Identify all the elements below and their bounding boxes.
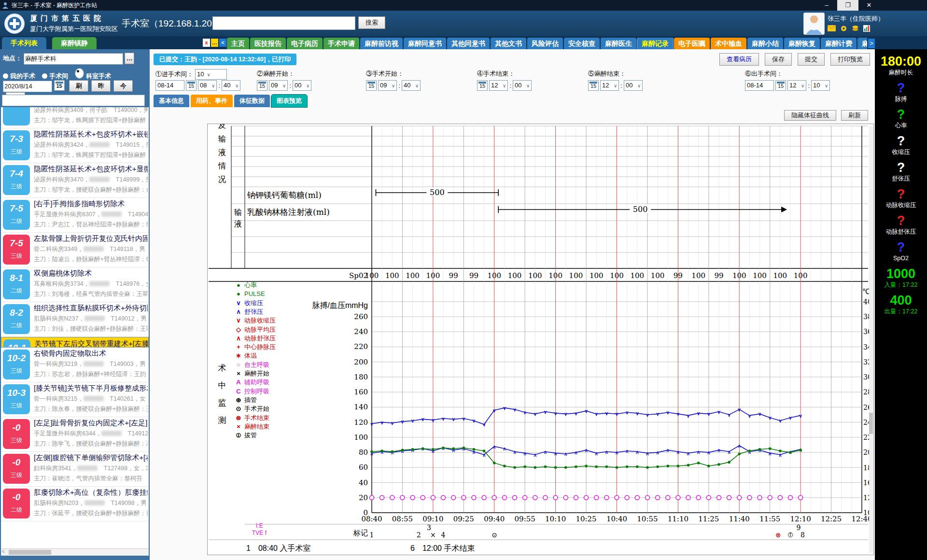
room-select[interactable]: 10∨: [195, 69, 227, 80]
toolbar-button-打印预览[interactable]: 打印预览: [830, 53, 870, 66]
calendar-icon[interactable]: 15: [588, 80, 599, 91]
calendar-icon[interactable]: 15: [775, 80, 786, 91]
close-tab-button[interactable]: x: [203, 39, 210, 47]
tab-其他文书[interactable]: 其他文书: [491, 38, 526, 49]
maximize-button[interactable]: ❐: [837, 0, 858, 11]
chart-button-刷新[interactable]: 刷新: [841, 110, 868, 121]
list-item[interactable]: 10-1四级关节镜下左后交叉韧带重建术+[左膝关节骨一科病房3207， T145…: [1, 337, 149, 348]
tabs-forward-button[interactable]: >: [868, 39, 875, 48]
legend-label-手术结束: 手术结束: [244, 414, 269, 421]
radio-手术间[interactable]: 手术间: [42, 72, 68, 80]
toolbar-button-查看病历[interactable]: 查看病历: [719, 53, 759, 66]
tab-surgery-list[interactable]: 手术列表: [2, 37, 46, 49]
tab-其他同意书[interactable]: 其他同意书: [447, 38, 490, 49]
hour-select[interactable]: 12 ∨: [489, 80, 508, 91]
tab-麻醉前访视[interactable]: 麻醉前访视: [360, 38, 403, 49]
chart-icon[interactable]: [863, 25, 870, 32]
list-item[interactable]: -0二级肛瘘切除术+高位（复杂性）肛瘘挂线术肛肠科病房N203， T149098…: [1, 487, 149, 521]
list-item[interactable]: 三级泌尿外科病房3409，何子皓 T149000，男，12岁主刀：邬宇龙，蛛网膜…: [1, 107, 149, 128]
list-item[interactable]: 7-5三级左肱骨髁上骨折切开复位克氏针内固定术骨二科病房3349， T14911…: [1, 233, 149, 267]
chart-button-隐藏体征曲线[interactable]: 隐藏体征曲线: [784, 110, 836, 121]
radio-我的手术[interactable]: 我的手术: [3, 72, 35, 80]
tab-麻醉记录[interactable]: 麻醉记录: [637, 38, 673, 49]
radio-科室手术[interactable]: 科室手术: [75, 72, 111, 80]
coins-icon[interactable]: [852, 25, 859, 32]
tab-麻醉恢复[interactable]: 麻醉恢复: [784, 38, 820, 49]
tab-电子病历[interactable]: 电子病历: [287, 38, 323, 49]
list-item[interactable]: -0三级[左足]趾骨骨折复位内固定术+[左足]清创手足显微外科病房6344， T…: [1, 417, 149, 452]
svg-text:∧: ∧: [513, 449, 516, 455]
tab-主页[interactable]: 主页: [227, 38, 249, 49]
minimize-button[interactable]: –: [816, 0, 837, 11]
date-input[interactable]: [3, 81, 52, 92]
hour-select[interactable]: 12 ∨: [787, 80, 806, 91]
anesthesia-line: 主刀：邬宇龙，蛛网膜下腔阻滞+静脉麻醉：余亚飞: [34, 116, 148, 125]
tab-手术申请[interactable]: 手术申请: [323, 38, 359, 49]
tab-电子医嘱[interactable]: 电子医嘱: [674, 38, 710, 49]
hour-select[interactable]: 09 ∨: [269, 80, 288, 91]
scroll-left-arrow[interactable]: <: [2, 549, 5, 554]
minute-select[interactable]: 00 ∨: [513, 80, 532, 91]
calendar-icon[interactable]: 15: [257, 80, 267, 91]
tab-安全核查[interactable]: 安全核查: [564, 38, 600, 49]
mail-icon[interactable]: [828, 25, 836, 31]
hour-select[interactable]: 08 ∨: [198, 80, 217, 91]
date-value[interactable]: 08-14: [155, 80, 184, 91]
tab-麻醉医生[interactable]: 麻醉医生: [601, 38, 636, 49]
minute-select[interactable]: 40 ∨: [222, 80, 240, 91]
tab-医技报告[interactable]: 医技报告: [250, 38, 286, 49]
chart-vscrollbar-thumb[interactable]: [869, 413, 873, 434]
tab-术中输血[interactable]: 术中输血: [711, 38, 746, 49]
subtab-体征数据[interactable]: 体征数据: [234, 95, 270, 107]
calendar-icon[interactable]: 15: [186, 80, 197, 91]
subtab-基本信息[interactable]: 基本信息: [154, 95, 189, 107]
sidebar-hscrollbar[interactable]: <: [1, 548, 149, 556]
tab-麻醉后访[interactable]: 麻醉后访: [857, 38, 867, 49]
hour-select[interactable]: 12 ∨: [600, 80, 619, 91]
minute-select[interactable]: 00 ∨: [293, 80, 311, 91]
list-item[interactable]: -0三级[左侧]腹腔镜下单侧输卵管切除术+[右侧妇科病房3541， T12749…: [1, 452, 149, 487]
calendar-icon[interactable]: 15: [54, 80, 65, 91]
tab-麻醉同意书[interactable]: 麻醉同意书: [404, 38, 446, 49]
tab-麻醉小结[interactable]: 麻醉小结: [747, 38, 783, 49]
x-tick: 09:10: [422, 515, 443, 523]
date-button-今[interactable]: 今: [113, 80, 133, 92]
tab-风险评估[interactable]: 风险评估: [527, 38, 563, 49]
hour-select[interactable]: 09 ∨: [378, 80, 397, 91]
minute-select[interactable]: 10 ∨: [811, 80, 830, 91]
calendar-icon[interactable]: 15: [366, 80, 377, 91]
minute-select[interactable]: 00 ∨: [624, 80, 643, 91]
close-button[interactable]: ✕: [858, 0, 880, 11]
location-input[interactable]: [24, 53, 123, 65]
date-button-昨[interactable]: 昨: [91, 80, 111, 92]
gear-icon[interactable]: [840, 25, 847, 32]
toolbar-button-提交[interactable]: 提交: [798, 53, 825, 66]
minute-select[interactable]: 40 ∨: [402, 80, 421, 91]
list-item[interactable]: 8-2二级组织选择性直肠粘膜环切术+外痔切除术肛肠科病房N237， T14901…: [1, 302, 149, 337]
search-button[interactable]: 搜索: [358, 16, 385, 29]
tabs-back-button[interactable]: <: [219, 39, 226, 47]
field-group-3: ③手术开始：1509 ∨:40 ∨: [366, 69, 421, 91]
chart-vscrollbar[interactable]: [869, 126, 873, 553]
more-tabs-button[interactable]: …: [211, 39, 218, 47]
list-item[interactable]: 10-3三级[膝关节镜]关节镜下半月板修整成形术+关骨一科病房3215， T14…: [1, 382, 149, 417]
scrollbar-thumb[interactable]: [9, 550, 51, 555]
list-item[interactable]: 10-2三级右锁骨内固定物取出术骨一科病房3219， T149003，男，38岁…: [1, 348, 149, 382]
patient-line: 骨一科病房3219， T149003，男，38岁: [34, 360, 148, 368]
subtab-用药、事件[interactable]: 用药、事件: [191, 95, 233, 107]
toolbar-button-保存[interactable]: 保存: [765, 53, 792, 66]
filter-combobox[interactable]: [2, 95, 145, 106]
list-item[interactable]: 7-4三级隐匿性阴茎延长术+包皮环切术+显微镜下泌尿外科病房3470， T148…: [1, 163, 149, 198]
list-item[interactable]: 7-3三级隐匿性阴茎延长术+包皮环切术+嵌顿包茎泌尿外科病房3424， T149…: [1, 128, 149, 163]
search-input[interactable]: [212, 16, 355, 30]
tab-anesthesia-sedation[interactable]: 麻醉镇静: [52, 37, 97, 49]
date-value[interactable]: 08-14: [745, 80, 774, 91]
calendar-icon[interactable]: 15: [477, 80, 488, 91]
date-button-刷[interactable]: 刷: [69, 80, 88, 92]
tab-麻醉计费[interactable]: 麻醉计费: [821, 38, 857, 49]
location-more-button[interactable]: …: [125, 53, 134, 64]
subtab-图表预览[interactable]: 图表预览: [271, 95, 307, 107]
anesthesia-line: 主刀：邬宇龙，腰硬联合麻醉+静脉麻醉：余亚飞: [34, 186, 148, 194]
list-item[interactable]: 8-1二级双侧扁桃体切除术耳鼻喉科病房3734， T148976，女，26岁主刀…: [1, 267, 149, 302]
list-item[interactable]: 7-5二级[右手]手拇指多指畸形切除术手足显微外科病房6307， T149046…: [1, 198, 149, 233]
